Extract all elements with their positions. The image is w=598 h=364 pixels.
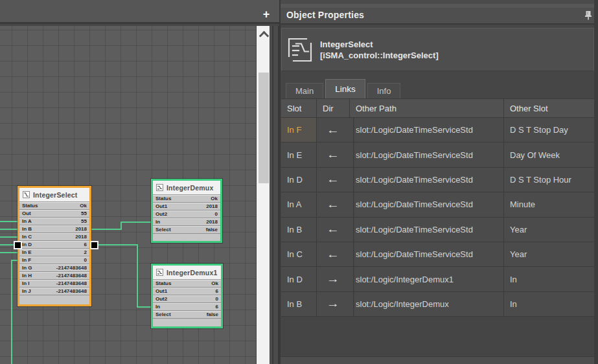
node-slot-in[interactable]: In2018 [153, 218, 220, 226]
slot-value: 2018 [206, 203, 218, 210]
node-slot-in-i[interactable]: In I-2147483648 [19, 280, 89, 288]
node-footer [19, 295, 89, 304]
node-slot-out2[interactable]: Out20 [153, 210, 220, 218]
arrow-left-icon: ← [313, 168, 354, 192]
node-slot-in-g[interactable]: In G-2147483648 [19, 264, 89, 272]
node-title: IntegerSelect [33, 191, 78, 199]
node-slot-in-e[interactable]: In E2 [19, 249, 89, 256]
column-header-dir[interactable]: Dir [317, 99, 350, 117]
cell-other-path[interactable]: slot:/Logic/DateTimeServiceStd [350, 192, 504, 216]
scrollbar-up-button[interactable] [257, 26, 270, 38]
pin-panel-icon[interactable] [584, 10, 592, 20]
tab-main[interactable]: Main [286, 83, 323, 98]
slot-label: In F [22, 256, 31, 264]
slot-label: Out1 [155, 288, 167, 295]
node-slot-status[interactable]: StatusOk [153, 195, 220, 203]
slot-label: In C [22, 233, 32, 240]
node-slot-status[interactable]: StatusOk [19, 202, 89, 210]
link-handle-left[interactable] [15, 242, 21, 248]
slot-value: 55 [81, 210, 87, 217]
tab-info[interactable]: Info [367, 83, 401, 98]
cell-other-slot[interactable]: Year [504, 218, 594, 242]
node-slot-out1[interactable]: Out16 [153, 288, 221, 295]
node-slot-in-j[interactable]: In J-2147483648 [19, 288, 89, 295]
node-slot-out2[interactable]: Out20 [153, 295, 221, 303]
link-row[interactable]: In E←slot:/Logic/DateTimeServiceStdDay O… [281, 142, 594, 167]
cell-other-slot[interactable]: D S T Stop Hour [504, 168, 594, 192]
component-type: [iSMA_control::IntegerSelect] [320, 50, 439, 61]
canvas-vertical-scrollbar[interactable] [256, 26, 270, 364]
link-row[interactable]: In A←slot:/Logic/DateTimeServiceStdMinut… [281, 192, 594, 217]
node-slot-in-b[interactable]: In B2018 [19, 225, 89, 233]
node-slot-status[interactable]: StatusOk [153, 280, 221, 288]
cell-other-slot[interactable]: D S T Stop Day [504, 118, 594, 142]
slot-value: -2147483648 [56, 288, 87, 295]
cell-slot[interactable]: In D [281, 168, 317, 192]
node-slot-in[interactable]: In6 [153, 303, 221, 311]
wiresheet-canvas[interactable]: IntegerSelectStatusOkOut55In A55In B2018… [0, 26, 256, 364]
arrow-left-icon: ← [313, 242, 354, 266]
cell-slot[interactable]: In E [281, 142, 317, 166]
panel-tabs: MainLinksInfo [286, 79, 402, 98]
slot-value: -2147483648 [56, 280, 87, 287]
node-slot-in-c[interactable]: In C2018 [19, 233, 89, 241]
node-slot-in-h[interactable]: In H-2147483648 [19, 272, 89, 280]
tab-links[interactable]: Links [325, 79, 365, 98]
node-slot-select[interactable]: Selectfalse [153, 311, 221, 319]
node-footer [153, 319, 221, 326]
node-header[interactable]: IntegerSelect [19, 188, 89, 202]
slot-label: In D [22, 241, 32, 248]
cell-other-path[interactable]: slot:/Logic/DateTimeServiceStd [350, 242, 504, 266]
scrollbar-thumb[interactable] [259, 73, 269, 183]
cell-other-slot[interactable]: In [504, 267, 594, 291]
node-slot-select[interactable]: Selectfalse [153, 226, 220, 234]
node-slot-in-a[interactable]: In A55 [19, 218, 89, 225]
link-handle-right[interactable] [91, 242, 97, 248]
cell-slot[interactable]: In B [281, 292, 317, 316]
component-identity-text: IntegerSelect [iSMA_control::IntegerSele… [320, 39, 439, 61]
column-header-other-path[interactable]: Other Path [350, 99, 504, 117]
node-IntegerDemux1[interactable]: IntegerDemux1StatusOkOut16Out20In6Select… [151, 264, 223, 328]
node-slot-out[interactable]: Out55 [19, 210, 89, 218]
cell-slot[interactable]: In A [281, 192, 317, 216]
link-row[interactable]: In F←slot:/Logic/DateTimeServiceStdD S T… [281, 118, 594, 142]
link-row[interactable]: In D←slot:/Logic/DateTimeServiceStdD S T… [281, 168, 594, 192]
slot-label: Status [155, 280, 171, 287]
cell-other-slot[interactable]: In [504, 292, 594, 316]
component-identity-box: IntegerSelect [iSMA_control::IntegerSele… [281, 28, 594, 71]
node-IntegerDemux[interactable]: IntegerDemuxStatusOkOut12018Out20In2018S… [151, 179, 222, 243]
cell-other-path[interactable]: slot:/Logic/DateTimeServiceStd [350, 142, 504, 166]
column-header-other-slot[interactable]: Other Slot [504, 99, 594, 117]
link-row[interactable]: In B←slot:/Logic/DateTimeServiceStdYear [281, 218, 594, 242]
node-slot-in-d[interactable]: In D6 [19, 241, 89, 249]
slot-label: In [155, 218, 160, 225]
node-IntegerSelect[interactable]: IntegerSelectStatusOkOut55In A55In B2018… [17, 186, 91, 306]
cell-slot[interactable]: In C [281, 242, 317, 266]
link-row[interactable]: In D→slot:/Logic/IntegerDemux1In [281, 267, 594, 291]
cell-other-slot[interactable]: Year [504, 242, 594, 266]
node-header[interactable]: IntegerDemux1 [153, 266, 221, 280]
cell-other-path[interactable]: slot:/Logic/IntegerDemux1 [350, 267, 504, 291]
cell-slot[interactable]: In B [281, 218, 317, 242]
arrow-left-icon: ← [313, 218, 354, 242]
node-slot-in-f[interactable]: In F0 [19, 256, 89, 264]
slot-label: Status [22, 202, 38, 209]
node-slot-out1[interactable]: Out12018 [153, 203, 220, 210]
add-tab-button[interactable]: + [260, 8, 273, 21]
cell-other-path[interactable]: slot:/Logic/DateTimeServiceStd [350, 168, 504, 192]
node-header[interactable]: IntegerDemux [153, 181, 220, 195]
cell-other-slot[interactable]: Minute [504, 192, 594, 216]
panel-splitter[interactable] [270, 26, 279, 364]
cell-slot[interactable]: In F [281, 118, 317, 142]
cell-other-path[interactable]: slot:/Logic/IntegerDemux [350, 292, 504, 316]
slot-label: In J [22, 288, 31, 295]
cell-other-slot[interactable]: Day Of Week [504, 142, 594, 166]
slot-label: In B [22, 225, 32, 233]
cell-other-path[interactable]: slot:/Logic/DateTimeServiceStd [350, 118, 504, 142]
column-header-slot[interactable]: Slot [281, 99, 317, 117]
cell-slot[interactable]: In D [281, 267, 317, 291]
link-row[interactable]: In B→slot:/Logic/IntegerDemuxIn [281, 292, 594, 317]
cell-other-path[interactable]: slot:/Logic/DateTimeServiceStd [350, 218, 504, 242]
slot-label: In A [22, 218, 32, 225]
link-row[interactable]: In C←slot:/Logic/DateTimeServiceStdYear [281, 242, 594, 267]
